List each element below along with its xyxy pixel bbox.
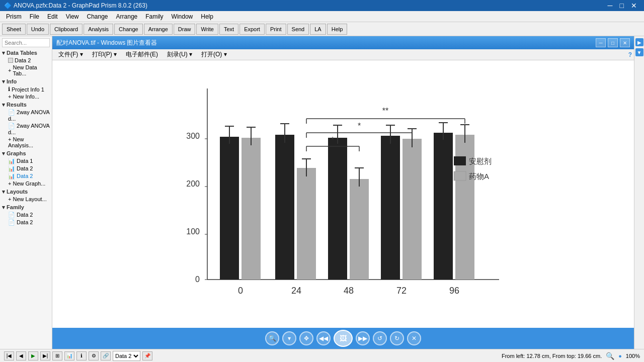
toolbar-help[interactable]: Help bbox=[327, 24, 348, 35]
section-header-graphs[interactable]: ▾ Graphs bbox=[2, 150, 50, 157]
search-input[interactable] bbox=[2, 38, 50, 47]
toolbar-undo[interactable]: Undo bbox=[27, 24, 49, 35]
sidebar-item-new-graph[interactable]: + New Graph... bbox=[2, 180, 50, 187]
sidebar-item-new-info[interactable]: + New Info... bbox=[2, 93, 50, 100]
sidebar-item-new-analysis[interactable]: + New Analysis... bbox=[2, 136, 50, 149]
toolbar-la[interactable]: LA bbox=[310, 24, 326, 35]
img-menu-help[interactable]: ? bbox=[628, 51, 632, 58]
rotate-cw-button[interactable]: ↻ bbox=[390, 331, 404, 345]
img-menu-file[interactable]: 文件(F) ▾ bbox=[54, 50, 87, 59]
svg-text:安慰剂: 安慰剂 bbox=[469, 157, 492, 165]
menu-view[interactable]: View bbox=[62, 12, 83, 21]
section-header-results[interactable]: ▾ Results bbox=[2, 101, 50, 109]
sidebar-item-anova1[interactable]: 📄 2way ANOVA d... bbox=[2, 109, 50, 122]
menu-family[interactable]: Family bbox=[141, 12, 167, 21]
toolbar-change[interactable]: Change bbox=[114, 24, 143, 35]
toolbar-export[interactable]: Export bbox=[239, 24, 265, 35]
close-viewer-button[interactable]: ✕ bbox=[407, 331, 421, 345]
section-data-tables: ▾ Data Tables Data 2 + New Data Tab... bbox=[2, 49, 50, 77]
image-viewer-title-text: 配对ANOVA.tif - Windows 图片查看器 bbox=[56, 39, 157, 47]
zoom-level: 100% bbox=[626, 353, 640, 359]
toolbar-draw[interactable]: Draw bbox=[174, 24, 196, 35]
svg-text:0: 0 bbox=[238, 286, 243, 296]
nav-pin[interactable]: 📌 bbox=[142, 351, 152, 360]
zoom-icon[interactable]: 🔍 bbox=[606, 352, 614, 360]
svg-text:*: * bbox=[331, 136, 334, 144]
rotate-ccw-button[interactable]: ↺ bbox=[373, 331, 387, 345]
img-menu-email[interactable]: 电子邮件(E) bbox=[122, 50, 162, 59]
image-viewer-close[interactable]: ✕ bbox=[620, 38, 630, 47]
svg-text:0: 0 bbox=[195, 275, 200, 284]
toolbar-sheet[interactable]: Sheet bbox=[2, 24, 26, 35]
menu-file[interactable]: File bbox=[26, 12, 43, 21]
sidebar: ▾ Data Tables Data 2 + New Data Tab... ▾… bbox=[0, 36, 52, 349]
zoom-dropdown[interactable]: ▾ bbox=[282, 331, 296, 345]
section-graphs: ▾ Graphs 📊 Data 1 📊 Data 2 📊 Data 2 + Ne… bbox=[2, 150, 50, 187]
current-page-button[interactable]: 🖼 bbox=[334, 330, 353, 347]
image-viewer-maximize[interactable]: □ bbox=[608, 38, 618, 47]
nav-first[interactable]: |◀ bbox=[4, 351, 14, 360]
menu-prism[interactable]: Prism bbox=[2, 12, 26, 21]
img-menu-open[interactable]: 打开(O) ▾ bbox=[197, 50, 231, 59]
minimize-button[interactable]: ─ bbox=[605, 2, 616, 10]
img-menu-burn[interactable]: 刻录(U) ▾ bbox=[163, 50, 196, 59]
next-button[interactable]: ▶▶ bbox=[356, 331, 370, 345]
nav-play[interactable]: ▶ bbox=[28, 351, 38, 360]
nav-next[interactable]: ▶| bbox=[40, 351, 50, 360]
close-button[interactable]: ✕ bbox=[628, 2, 640, 10]
section-header-data-tables[interactable]: ▾ Data Tables bbox=[2, 49, 50, 57]
zoom-button[interactable]: 🔍 bbox=[265, 331, 279, 345]
menu-window[interactable]: Window bbox=[168, 12, 197, 21]
toolbar-clipboard[interactable]: Clipboard bbox=[50, 24, 83, 35]
right-btn-top[interactable]: ▶ bbox=[635, 38, 643, 46]
section-header-family[interactable]: ▾ Family bbox=[2, 204, 50, 211]
pan-button[interactable]: ✥ bbox=[299, 331, 313, 345]
svg-rect-25 bbox=[328, 138, 347, 280]
sidebar-item-anova2[interactable]: 📄 2way ANOVA d... bbox=[2, 122, 50, 136]
nav-info[interactable]: ℹ bbox=[76, 351, 87, 360]
image-viewer-title-bar: 配对ANOVA.tif - Windows 图片查看器 ─ □ ✕ bbox=[52, 36, 634, 49]
dataset-selector[interactable]: Data 2 bbox=[113, 351, 140, 361]
sidebar-item-graph-data2-2[interactable]: 📊 Data 2 bbox=[2, 172, 50, 180]
sidebar-item-new-layout[interactable]: + New Layout... bbox=[2, 196, 50, 203]
sidebar-item-family-data2-1[interactable]: 📄 Data 2 bbox=[2, 211, 50, 219]
table-icon bbox=[8, 58, 13, 63]
menu-arrange[interactable]: Arrange bbox=[112, 12, 142, 21]
nav-graph[interactable]: 📊 bbox=[64, 351, 74, 360]
image-viewer-controls: ─ □ ✕ bbox=[596, 38, 630, 47]
section-header-info[interactable]: ▾ Info bbox=[2, 78, 50, 85]
right-btn-bottom[interactable]: ▼ bbox=[635, 48, 643, 56]
img-menu-print[interactable]: 打印(P) ▾ bbox=[88, 50, 121, 59]
menu-help[interactable]: Help bbox=[197, 12, 217, 21]
toolbar-print[interactable]: Print bbox=[266, 24, 286, 35]
sidebar-item-data2-1[interactable]: Data 2 bbox=[2, 57, 50, 64]
toolbar-send[interactable]: Send bbox=[287, 24, 309, 35]
section-header-layouts[interactable]: ▾ Layouts bbox=[2, 188, 50, 196]
nav-table[interactable]: ⊞ bbox=[52, 351, 62, 360]
image-viewer-minimize[interactable]: ─ bbox=[596, 38, 606, 47]
toolbar-arrange[interactable]: Arrange bbox=[144, 24, 173, 35]
toolbar-text[interactable]: Text bbox=[219, 24, 238, 35]
sidebar-item-new-data-tab[interactable]: + New Data Tab... bbox=[2, 64, 50, 77]
svg-text:**: ** bbox=[382, 107, 388, 115]
nav-prev[interactable]: ◀ bbox=[16, 351, 26, 360]
menu-change[interactable]: Change bbox=[83, 12, 112, 21]
main-app: Prism File Edit View Change Arrange Fami… bbox=[0, 11, 644, 362]
title-bar-controls: ─ □ ✕ bbox=[605, 2, 640, 10]
nav-link[interactable]: 🔗 bbox=[101, 351, 111, 360]
info-icon: ℹ bbox=[8, 86, 10, 93]
toolbar-analysis[interactable]: Analysis bbox=[84, 24, 113, 35]
image-viewer-window: 配对ANOVA.tif - Windows 图片查看器 ─ □ ✕ 文件(F) … bbox=[52, 36, 634, 349]
chart-svg: 0 100 200 300 bbox=[167, 78, 519, 310]
menu-edit[interactable]: Edit bbox=[43, 12, 62, 21]
sidebar-item-graph-data2-1[interactable]: 📊 Data 2 bbox=[2, 165, 50, 172]
svg-rect-11 bbox=[220, 137, 239, 280]
sidebar-item-family-data2-2[interactable]: 📄 Data 2 bbox=[2, 219, 50, 226]
sidebar-item-graph-data1[interactable]: 📊 Data 1 bbox=[2, 157, 50, 165]
nav-settings[interactable]: ⚙ bbox=[89, 351, 99, 360]
maximize-button[interactable]: □ bbox=[617, 2, 627, 10]
sidebar-item-project-info[interactable]: ℹ Project Info 1 bbox=[2, 85, 50, 93]
prev-button[interactable]: ◀◀ bbox=[316, 331, 331, 345]
toolbar-write[interactable]: Write bbox=[196, 24, 218, 35]
svg-text:300: 300 bbox=[186, 132, 200, 140]
